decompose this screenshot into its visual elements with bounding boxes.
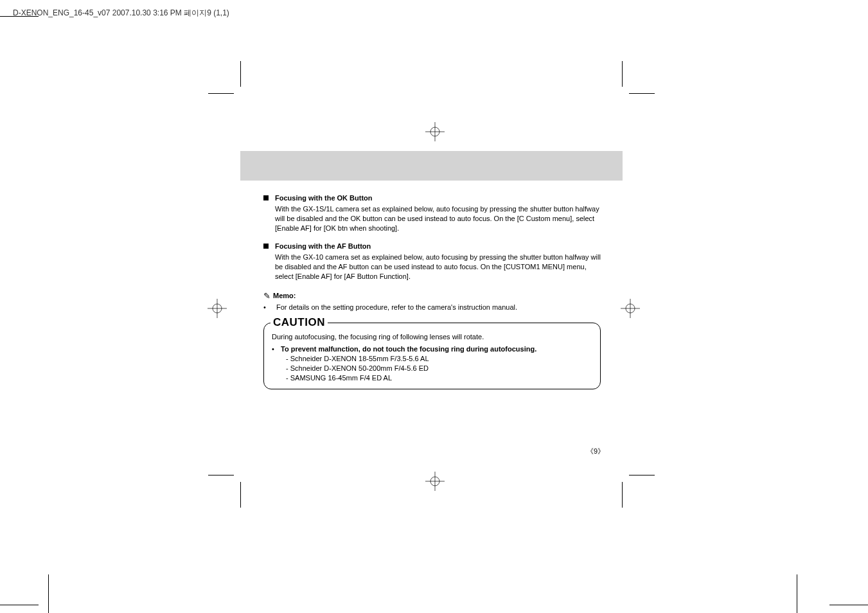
angle-bracket-icon: 》 — [598, 447, 605, 455]
page-content: Focusing with the OK Button With the GX-… — [263, 193, 601, 389]
section-body: With the GX-10 camera set as explained b… — [275, 253, 601, 281]
crop-corner — [622, 61, 623, 87]
caution-main: To prevent malfunction, do not touch the… — [281, 344, 536, 354]
caution-item: - Schneider D-XENON 18-55mm F/3.5-5.6 AL — [286, 354, 592, 364]
crop-corner — [629, 475, 655, 475]
section-heading: Focusing with the AF Button — [263, 242, 601, 251]
bullet-icon: • — [263, 303, 276, 312]
caution-item: - SAMSUNG 16-45mm F/4 ED AL — [286, 373, 592, 383]
memo-body: • For details on the setting procedure, … — [263, 303, 601, 312]
crop-mark — [797, 574, 797, 613]
registration-mark-icon — [208, 299, 227, 318]
registration-mark-icon — [621, 299, 640, 318]
crop-corner — [240, 482, 241, 508]
section-heading: Focusing with the OK Button — [263, 193, 601, 203]
section-body: With the GX-1S/1L camera set as explaine… — [275, 204, 601, 233]
memo-title: Memo: — [273, 291, 296, 301]
file-header: D-XENON_ENG_16-45_v07 2007.10.30 3:16 PM… — [13, 8, 229, 19]
caution-box: CAUTION During autofocusing, the focusin… — [263, 323, 601, 389]
section-title: Focusing with the OK Button — [275, 193, 373, 203]
square-bullet-icon — [263, 244, 269, 249]
crop-corner — [240, 61, 241, 87]
memo-text: For details on the setting procedure, re… — [276, 303, 517, 312]
crop-mark — [0, 16, 39, 17]
crop-mark — [829, 605, 868, 605]
section-title: Focusing with the AF Button — [275, 242, 371, 251]
page-frame: Focusing with the OK Button With the GX-… — [240, 93, 623, 475]
crop-corner — [622, 482, 623, 508]
crop-corner — [629, 93, 655, 94]
crop-corner — [208, 475, 234, 475]
memo-heading: ✎ Memo: — [263, 290, 601, 302]
page-number: 《9》 — [587, 447, 605, 456]
caution-main-row: • To prevent malfunction, do not touch t… — [272, 344, 592, 354]
caution-label: CAUTION — [270, 315, 328, 330]
crop-mark — [48, 574, 49, 613]
bullet-icon: • — [272, 344, 281, 354]
angle-bracket-icon: 《 — [587, 447, 594, 455]
pencil-icon: ✎ — [263, 290, 270, 302]
caution-intro: During autofocusing, the focusing ring o… — [272, 332, 592, 342]
square-bullet-icon — [263, 195, 269, 200]
caution-item: - Schneider D-XENON 50-200mm F/4-5.6 ED — [286, 364, 592, 373]
header-banner — [240, 151, 623, 181]
crop-corner — [208, 93, 234, 94]
crop-mark — [0, 605, 39, 605]
